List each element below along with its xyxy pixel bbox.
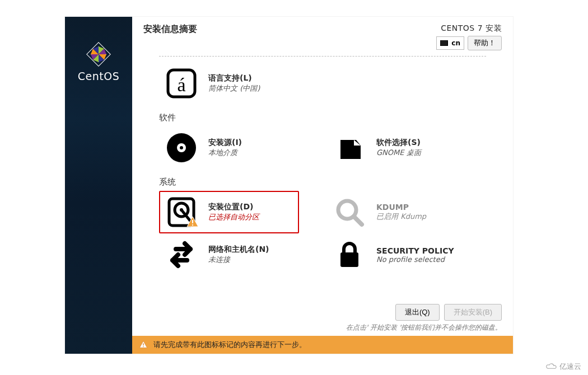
spoke-network-hostname[interactable]: 网络和主机名(N) 未连接 (159, 233, 299, 276)
category-software-label: 软件 (159, 112, 486, 123)
watermark-text: 亿速云 (559, 362, 581, 372)
installer-window: CentOS 安装信息摘要 CENTOS 7 安装 cn 帮助！ (65, 17, 513, 354)
spoke-title: 语言支持(L) (208, 73, 260, 83)
content-area: á 语言支持(L) 简体中文 (中国) 软件 安装源(I) 本地介 (132, 54, 513, 298)
help-button[interactable]: 帮助！ (468, 36, 502, 50)
language-icon: á (166, 68, 197, 99)
spoke-kdump[interactable]: KDUMP 已启用 Kdump (327, 191, 467, 233)
spoke-subtitle: 未连接 (208, 255, 269, 265)
svg-rect-12 (340, 252, 358, 267)
footer-note: 在点击' 开始安装 '按钮前我们并不会操作您的磁盘。 (346, 323, 502, 332)
keyboard-layout-indicator[interactable]: cn (436, 36, 464, 50)
page-title: 安装信息摘要 (143, 24, 197, 35)
spoke-title: 安装源(I) (208, 138, 242, 148)
spoke-subtitle: No profile selected (376, 255, 454, 264)
brand-text: CentOS (78, 70, 119, 82)
sidebar: CentOS (65, 17, 132, 354)
lock-icon (334, 239, 365, 270)
spoke-title: 软件选择(S) (376, 138, 421, 148)
magnifier-icon (334, 196, 365, 228)
warning-overlay-icon (186, 215, 199, 229)
spoke-subtitle: 本地介质 (208, 148, 242, 158)
warning-bar: 请先完成带有此图标标记的内容再进行下一步。 (132, 336, 513, 354)
spoke-installation-source[interactable]: 安装源(I) 本地介质 (159, 126, 299, 169)
disc-icon (166, 132, 197, 163)
category-system-label: 系统 (159, 177, 486, 187)
watermark: 亿速云 (545, 362, 581, 372)
svg-rect-14 (143, 346, 143, 347)
spoke-software-selection[interactable]: 软件选择(S) GNOME 桌面 (327, 126, 467, 169)
centos-logo-icon (86, 42, 111, 67)
svg-rect-10 (192, 224, 193, 226)
spoke-subtitle: 简体中文 (中国) (208, 83, 260, 93)
spoke-subtitle: 已启用 Kdump (376, 212, 426, 222)
spoke-subtitle: 已选择自动分区 (208, 212, 259, 222)
divider (159, 56, 486, 57)
header: 安装信息摘要 CENTOS 7 安装 cn 帮助！ (132, 17, 513, 54)
spoke-security-policy[interactable]: SECURITY POLICY No profile selected (327, 233, 467, 276)
spoke-title: SECURITY POLICY (376, 246, 454, 255)
spoke-subtitle: GNOME 桌面 (376, 148, 421, 158)
main-panel: 安装信息摘要 CENTOS 7 安装 cn 帮助！ á (132, 17, 513, 354)
svg-rect-13 (143, 343, 143, 345)
keyboard-icon (440, 40, 448, 46)
warning-message: 请先完成带有此图标标记的内容再进行下一步。 (153, 340, 306, 350)
quit-button[interactable]: 退出(Q) (395, 304, 440, 321)
spoke-title: 安装位置(D) (208, 202, 259, 212)
svg-text:á: á (177, 74, 185, 95)
product-name: CENTOS 7 安装 (441, 24, 502, 34)
begin-install-button[interactable]: 开始安装(B) (444, 304, 502, 321)
spoke-language-support[interactable]: á 语言支持(L) 简体中文 (中国) (159, 62, 299, 105)
spoke-title: KDUMP (376, 203, 426, 212)
network-arrows-icon (166, 239, 197, 270)
spoke-title: 网络和主机名(N) (208, 245, 269, 255)
warning-icon (139, 340, 148, 349)
harddisk-icon (166, 196, 197, 228)
svg-point-5 (180, 146, 183, 149)
svg-rect-9 (192, 220, 193, 223)
footer: 退出(Q) 开始安装(B) 在点击' 开始安装 '按钮前我们并不会操作您的磁盘。 (132, 298, 513, 336)
package-icon (334, 132, 365, 163)
spoke-installation-destination[interactable]: 安装位置(D) 已选择自动分区 (159, 191, 299, 233)
cloud-icon (545, 362, 557, 371)
keyboard-layout-text: cn (451, 39, 460, 47)
